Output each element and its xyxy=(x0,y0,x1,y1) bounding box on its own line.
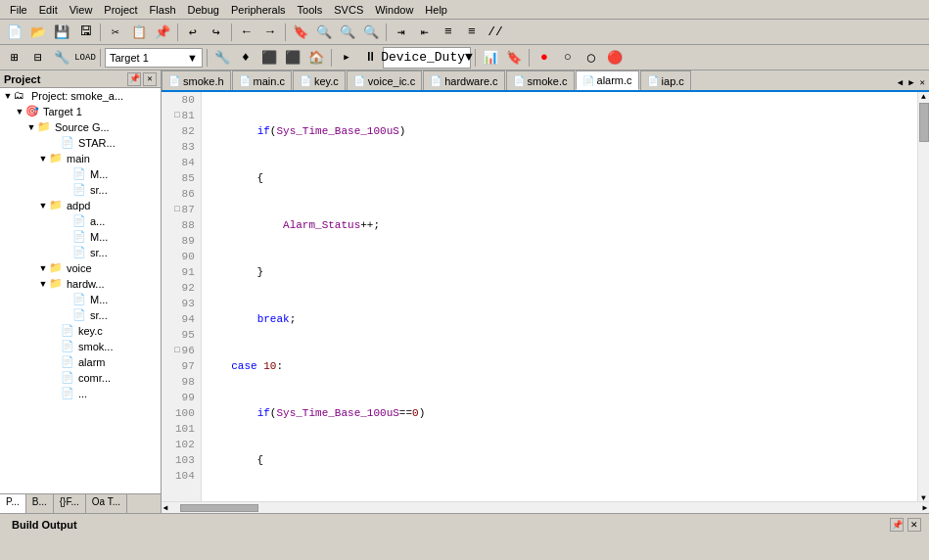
t2-btn7[interactable]: ⬛ xyxy=(258,47,280,69)
format2-btn[interactable]: ≡ xyxy=(461,22,483,43)
panel-close-btn[interactable]: ✕ xyxy=(143,72,157,86)
t2-btn10[interactable]: ▶ xyxy=(336,47,357,69)
indent-btn[interactable]: ⇥ xyxy=(391,22,412,43)
find3-btn[interactable]: 🔍 xyxy=(360,22,382,43)
save-all-btn[interactable]: 🖫 xyxy=(74,22,96,43)
tree-adpd[interactable]: ▼ 📁 adpd xyxy=(0,198,161,213)
tab-nav-left[interactable]: ◀ xyxy=(896,75,905,90)
target-dropdown[interactable]: Target 1 ▼ xyxy=(105,48,203,68)
comment-btn[interactable]: // xyxy=(485,22,506,43)
project-tab-p[interactable]: P... xyxy=(0,494,26,513)
device-dropdown[interactable]: Device_Duty ▼ xyxy=(383,47,471,69)
t2-btn3[interactable]: 🔧 xyxy=(51,47,72,69)
tree-misc[interactable]: 📄 ... xyxy=(0,386,161,401)
tab-close-btn[interactable]: ✕ xyxy=(918,75,927,90)
h-scroll-thumb[interactable] xyxy=(180,504,258,512)
tree-hardw[interactable]: ▼ 📁 hardw... xyxy=(0,276,161,292)
scroll-right-btn[interactable]: ▶ xyxy=(921,503,929,513)
t2-btn1[interactable]: ⊞ xyxy=(4,47,25,69)
tree-adpd-m[interactable]: 📄 M... xyxy=(0,229,161,245)
save-btn[interactable]: 💾 xyxy=(51,22,72,43)
tree-adpd-sr[interactable]: 📄 sr... xyxy=(0,245,161,260)
project-tab-f[interactable]: {}F... xyxy=(54,494,86,513)
scroll-down-btn[interactable]: ▼ xyxy=(918,493,929,501)
nav-fwd-btn[interactable]: → xyxy=(259,22,281,43)
tree-hardw-m[interactable]: 📄 M... xyxy=(0,292,161,307)
t2-btn17[interactable]: 🔴 xyxy=(604,47,626,69)
vertical-scrollbar[interactable]: ▲ ▼ xyxy=(917,92,929,501)
tree-main-sr[interactable]: 📄 sr... xyxy=(0,182,161,198)
t2-btn16[interactable]: ◯ xyxy=(581,47,602,69)
tree-main-m[interactable]: 📄 M... xyxy=(0,166,161,182)
scroll-left-btn[interactable]: ◀ xyxy=(162,503,169,513)
horizontal-scrollbar[interactable]: ◀ ▶ xyxy=(162,501,929,513)
menu-tools[interactable]: Tools xyxy=(292,2,329,18)
t2-btn9[interactable]: 🏠 xyxy=(305,47,327,69)
tree-alarm[interactable]: 📄 alarm xyxy=(0,354,161,370)
tree-label: main xyxy=(67,153,90,164)
project-tab-t[interactable]: Oa T... xyxy=(86,494,127,513)
tree-voice[interactable]: ▼ 📁 voice xyxy=(0,260,161,276)
t2-btn11[interactable]: ⏸ xyxy=(359,47,381,69)
tab-smoke-c[interactable]: 📄 smoke.c xyxy=(506,70,575,90)
t2-btn15[interactable]: ○ xyxy=(557,47,579,69)
open-btn[interactable]: 📂 xyxy=(27,22,49,43)
tree-star[interactable]: 📄 STAR... xyxy=(0,135,161,151)
bookmark-btn[interactable]: 🔖 xyxy=(290,22,311,43)
cut-btn[interactable]: ✂ xyxy=(105,22,126,43)
paste-btn[interactable]: 📌 xyxy=(152,22,173,43)
menu-flash[interactable]: Flash xyxy=(144,2,182,18)
menu-view[interactable]: View xyxy=(64,2,99,18)
menu-svcs[interactable]: SVCS xyxy=(328,2,369,18)
tree-main[interactable]: ▼ 📁 main xyxy=(0,151,161,166)
tab-smoke-h[interactable]: 📄 smoke.h xyxy=(162,70,231,90)
nav-back-btn[interactable]: ← xyxy=(236,22,257,43)
tree-hardw-sr[interactable]: 📄 sr... xyxy=(0,307,161,323)
t2-btn8[interactable]: ⬛ xyxy=(282,47,303,69)
tree-adpd-a[interactable]: 📄 a... xyxy=(0,213,161,229)
find2-btn[interactable]: 🔍 xyxy=(337,22,358,43)
tab-iap-c[interactable]: 📄 iap.c xyxy=(640,70,691,90)
scroll-up-btn[interactable]: ▲ xyxy=(918,92,929,100)
menu-peripherals[interactable]: Peripherals xyxy=(225,2,292,18)
panel-pin-btn[interactable]: 📌 xyxy=(127,72,141,86)
tree-source-group[interactable]: ▼ 📁 Source G... xyxy=(0,119,161,135)
t2-btn4[interactable]: LOAD xyxy=(74,47,96,69)
redo-btn[interactable]: ↪ xyxy=(206,22,227,43)
tree-project-root[interactable]: ▼ 🗂 Project: smoke_a... xyxy=(0,88,161,104)
format-btn[interactable]: ≡ xyxy=(438,22,459,43)
new-btn[interactable]: 📄 xyxy=(4,22,25,43)
menu-help[interactable]: Help xyxy=(419,2,453,18)
find-btn[interactable]: 🔍 xyxy=(313,22,335,43)
tab-hardware-c[interactable]: 📄 hardware.c xyxy=(423,70,504,90)
copy-btn[interactable]: 📋 xyxy=(128,22,150,43)
undo-btn[interactable]: ↩ xyxy=(182,22,204,43)
tab-alarm-c[interactable]: 📄 alarm.c xyxy=(576,70,639,90)
tree-keyc[interactable]: 📄 key.c xyxy=(0,323,161,339)
menu-project[interactable]: Project xyxy=(98,2,143,18)
t2-btn13[interactable]: 🔖 xyxy=(503,47,525,69)
code-content[interactable]: if(Sys_Time_Base_100uS) { Alarm_Status++… xyxy=(202,92,917,501)
menu-window[interactable]: Window xyxy=(369,2,419,18)
scroll-thumb[interactable] xyxy=(919,103,929,142)
tab-label: voice_ic.c xyxy=(368,75,415,87)
menu-edit[interactable]: Edit xyxy=(33,2,64,18)
t2-btn2[interactable]: ⊟ xyxy=(27,47,49,69)
t2-btn6[interactable]: ♦ xyxy=(235,47,256,69)
tab-key-c[interactable]: 📄 key.c xyxy=(293,70,346,90)
project-tab-b[interactable]: B... xyxy=(26,494,54,513)
outdent-btn[interactable]: ⇤ xyxy=(414,22,436,43)
t2-btn14[interactable]: ● xyxy=(534,47,555,69)
menu-debug[interactable]: Debug xyxy=(182,2,225,18)
tree-target1[interactable]: ▼ 🎯 Target 1 xyxy=(0,104,161,119)
t2-btn5[interactable]: 🔧 xyxy=(211,47,233,69)
tab-voice-ic-c[interactable]: 📄 voice_ic.c xyxy=(347,70,422,90)
bottom-pin-btn[interactable]: 📌 xyxy=(890,518,904,532)
tab-main-c[interactable]: 📄 main.c xyxy=(232,70,292,90)
tree-smokc[interactable]: 📄 smok... xyxy=(0,339,161,354)
bottom-close-btn[interactable]: ✕ xyxy=(907,518,921,532)
tree-comr[interactable]: 📄 comr... xyxy=(0,370,161,386)
menu-file[interactable]: File xyxy=(4,2,33,18)
tab-nav-right[interactable]: ▶ xyxy=(906,75,915,90)
t2-btn12[interactable]: 📊 xyxy=(480,47,501,69)
